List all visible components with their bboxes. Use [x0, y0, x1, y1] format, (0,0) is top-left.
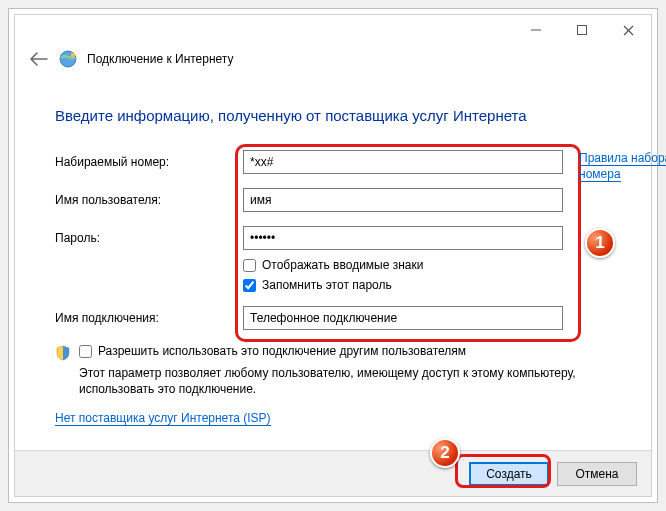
maximize-button[interactable] [559, 15, 605, 45]
close-button[interactable] [605, 15, 651, 45]
dial-number-label: Набираемый номер: [55, 155, 243, 169]
allow-others-description: Этот параметр позволяет любому пользоват… [79, 365, 589, 397]
no-isp-link[interactable]: Нет поставщика услуг Интернета (ISP) [55, 411, 611, 425]
password-label: Пароль: [55, 231, 243, 245]
svg-rect-1 [578, 26, 587, 35]
allow-others-label: Разрешить использовать это подключение д… [98, 344, 466, 358]
dial-number-input[interactable] [243, 150, 563, 174]
cancel-button[interactable]: Отмена [557, 462, 637, 486]
back-button[interactable] [29, 49, 49, 69]
wizard-window: Подключение к Интернету Введите информац… [14, 14, 652, 497]
globe-icon [59, 50, 77, 68]
create-button[interactable]: Создать [469, 462, 549, 486]
svg-point-5 [71, 53, 75, 57]
annotation-badge-1: 1 [585, 228, 615, 258]
shield-icon [55, 345, 71, 361]
show-characters-label: Отображать вводимые знаки [262, 258, 423, 272]
show-characters-checkbox[interactable]: Отображать вводимые знаки [243, 258, 611, 272]
dialing-rules-link[interactable]: Правила набора номера [579, 150, 666, 182]
password-input[interactable] [243, 226, 563, 250]
titlebar [15, 15, 651, 45]
username-label: Имя пользователя: [55, 193, 243, 207]
annotation-badge-2: 2 [430, 438, 460, 468]
wizard-title: Подключение к Интернету [87, 52, 234, 66]
minimize-button[interactable] [513, 15, 559, 45]
remember-password-label: Запомнить этот пароль [262, 278, 392, 292]
wizard-header: Подключение к Интернету [15, 45, 651, 79]
username-input[interactable] [243, 188, 563, 212]
remember-password-checkbox[interactable]: Запомнить этот пароль [243, 278, 611, 292]
wizard-footer: Создать Отмена [15, 450, 651, 496]
allow-others-checkbox[interactable]: Разрешить использовать это подключение д… [79, 344, 466, 358]
page-headline: Введите информацию, полученную от постав… [55, 107, 611, 124]
connection-name-input[interactable] [243, 306, 563, 330]
connection-name-label: Имя подключения: [55, 311, 243, 325]
